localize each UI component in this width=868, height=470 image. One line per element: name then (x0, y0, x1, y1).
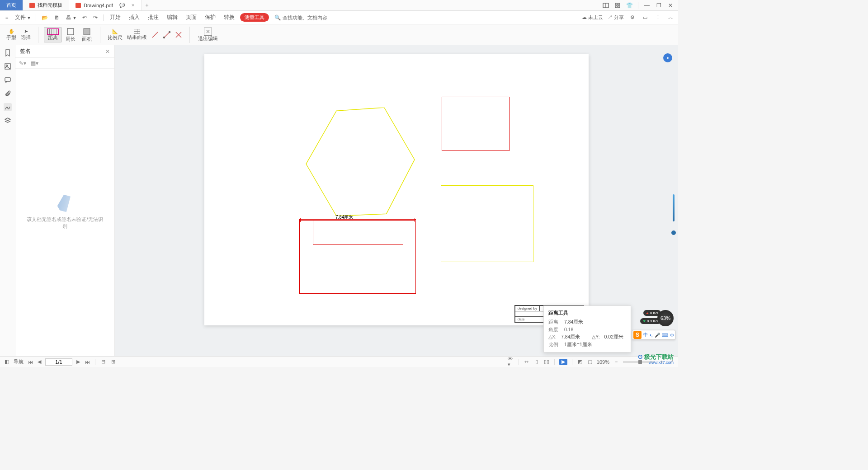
assistant-floater-icon[interactable]: ✦ (663, 53, 672, 62)
svg-rect-4 (615, 6, 617, 8)
outline-icon[interactable]: ◧ (4, 359, 10, 365)
tab-document[interactable]: Drawing4.pdf 💬 ✕ (69, 0, 142, 10)
svg-point-11 (169, 31, 170, 33)
ime-mic-icon[interactable]: 🎤 (655, 333, 660, 338)
menu-edit[interactable]: 编辑 (164, 14, 180, 21)
tool-diag2[interactable] (161, 31, 172, 38)
sidepanel-grid-icon[interactable]: ▦▾ (31, 60, 38, 66)
redo-icon[interactable]: ↷ (91, 14, 99, 21)
tool-area[interactable]: 面积 (79, 26, 94, 43)
search-box[interactable]: 🔍 (274, 14, 346, 21)
pdf-icon (75, 3, 81, 8)
search-input[interactable] (283, 15, 346, 20)
undo-icon[interactable]: ↶ (80, 14, 89, 21)
ime-toolbar[interactable]: S 中 •, 🎤 ⌨ ⚙ (632, 330, 675, 340)
zoom-value[interactable]: 109% (597, 359, 609, 365)
window-restore-icon[interactable]: ❐ (655, 1, 663, 9)
crop-icon[interactable]: ◩ (577, 359, 583, 365)
rail-attachment-icon[interactable] (4, 89, 12, 98)
scroll-indicator[interactable] (671, 181, 676, 235)
menu-start[interactable]: 开始 (107, 14, 123, 21)
hamburger-icon[interactable]: ≡ (4, 15, 10, 20)
menu-page[interactable]: 页面 (183, 14, 199, 21)
status-nav-label[interactable]: 导航 (14, 358, 24, 365)
area-icon (82, 27, 91, 36)
menu-protect[interactable]: 保护 (202, 14, 218, 21)
rail-layers-icon[interactable] (4, 117, 12, 125)
apps-icon[interactable] (613, 1, 622, 9)
play-icon[interactable]: ▶ (559, 359, 567, 365)
menu-convert[interactable]: 转换 (221, 14, 237, 21)
page-last-icon[interactable]: ⏭ (84, 359, 90, 365)
sidepanel-close-icon[interactable]: ✕ (105, 48, 110, 55)
page-first-icon[interactable]: ⏮ (27, 359, 33, 365)
measurement-line (300, 220, 415, 221)
zoom-in-page-icon[interactable]: ⊞ (110, 359, 116, 365)
menu-insert[interactable]: 插入 (126, 14, 142, 21)
tool-diag1[interactable] (150, 31, 160, 38)
window-close-icon[interactable]: ✕ (666, 1, 675, 9)
tool-ruler[interactable]: 📐比例尺 (106, 28, 124, 41)
svg-rect-2 (615, 3, 617, 5)
diag2-icon (163, 31, 170, 38)
tool-results[interactable]: 结果面板 (125, 29, 149, 41)
zoom-out-page-icon[interactable]: ⊟ (100, 359, 106, 365)
window-minimize-icon[interactable]: — (643, 1, 651, 9)
svg-rect-6 (67, 28, 74, 35)
tab-home[interactable]: 首页 (0, 0, 23, 10)
page-next-icon[interactable]: ▶ (75, 359, 81, 365)
rail-bookmark-icon[interactable] (4, 49, 12, 57)
menu-comment[interactable]: 批注 (145, 14, 161, 21)
rail-thumbnails-icon[interactable] (4, 62, 12, 70)
file-menu[interactable]: 文件 ▾ (13, 14, 32, 21)
chat-bubble-icon[interactable]: 💬 (119, 3, 125, 8)
eye-icon[interactable]: 👁▾ (508, 359, 514, 365)
share-button[interactable]: ↗ 分享 (608, 14, 624, 21)
ime-punct-icon[interactable]: •, (650, 333, 652, 338)
zoom-out-icon[interactable]: － (613, 359, 619, 365)
rail-comment-icon[interactable] (4, 76, 12, 84)
more-icon[interactable]: ⋮ (654, 14, 662, 22)
tool-hand[interactable]: ✋手型 (5, 28, 18, 41)
cloud-status[interactable]: ☁ 未上云 (582, 14, 603, 21)
tab-templates[interactable]: 找稻壳模板 (23, 0, 69, 10)
skin-icon[interactable]: 👕 (625, 1, 633, 9)
diag1-icon (151, 31, 159, 38)
print-icon[interactable]: 🖶 ▾ (64, 14, 78, 21)
page-prev-icon[interactable]: ◀ (36, 359, 42, 365)
tool-diag3[interactable] (173, 31, 184, 38)
tool-exit[interactable]: ✕ 退出编辑 (195, 27, 221, 43)
pdf-page[interactable]: 7.84厘米 designed by SCALEREV. company nam… (204, 54, 589, 325)
page-input[interactable] (45, 358, 72, 366)
sidepanel-edit-icon[interactable]: ✎▾ (19, 60, 26, 66)
save-icon[interactable]: 🗎 (52, 15, 61, 20)
cursor-icon: ➤ (24, 28, 28, 34)
tool-select[interactable]: ➤选择 (19, 28, 33, 41)
fit-width-icon[interactable]: ⇿ (524, 359, 530, 365)
single-page-icon[interactable]: ▯ (533, 359, 540, 365)
svg-rect-5 (618, 6, 620, 8)
perimeter-icon (66, 27, 75, 36)
gear-icon[interactable]: ⚙ (628, 14, 637, 22)
site-watermark: G 极光下载站 www.xz7.com (638, 353, 674, 365)
menu-measure[interactable]: 测量工具 (240, 13, 269, 22)
distance-icon (47, 28, 59, 35)
results-icon (134, 29, 140, 34)
template-icon (29, 3, 35, 8)
ime-keyboard-icon[interactable]: ⌨ (662, 333, 668, 338)
layout-icon[interactable] (602, 1, 610, 9)
ime-settings-icon[interactable]: ⚙ (670, 333, 674, 338)
tool-perimeter[interactable]: 周长 (63, 26, 78, 43)
ime-lang[interactable]: 中 (643, 332, 648, 338)
fit-page-icon[interactable]: ▢ (587, 359, 593, 365)
collapse-ribbon-icon[interactable]: ︿ (666, 14, 675, 22)
feedback-icon[interactable]: ▭ (641, 14, 649, 22)
measure-tooltip: 距离工具 距离:7.84厘米 角度:0.18 △X:7.84厘米 △Y:0.02… (543, 306, 631, 352)
hand-icon: ✋ (9, 28, 14, 34)
two-page-icon[interactable]: ▯▯ (543, 359, 550, 365)
add-tab-button[interactable]: ＋ (142, 0, 152, 10)
tool-distance[interactable]: 距离 (44, 27, 62, 42)
close-tab-icon[interactable]: ✕ (131, 3, 135, 8)
rail-signature-icon[interactable] (4, 103, 12, 111)
open-icon[interactable]: 📂 (40, 14, 50, 21)
